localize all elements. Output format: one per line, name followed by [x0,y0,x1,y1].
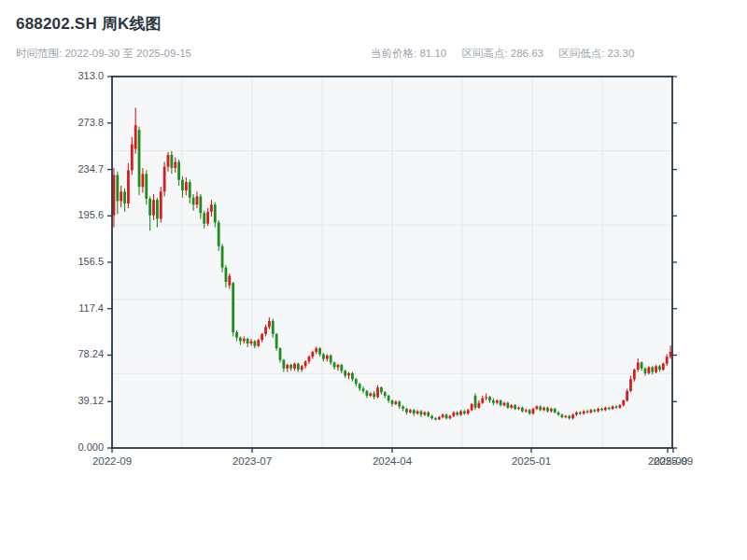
candle-body [322,355,325,359]
candle-body [423,413,426,415]
candle-body [170,155,173,168]
candle-body [228,276,231,286]
candle-body [113,175,116,216]
candle-body [633,370,636,379]
x-tick-label: 2025-09 [654,455,693,467]
candle-body [131,145,134,171]
candle-body [658,366,661,370]
candle-body [579,413,582,413]
candle-body [203,213,205,223]
candle-body [626,391,628,400]
candle-body [167,155,170,167]
candle-body [275,334,278,348]
candle-body [254,342,257,346]
candle-body [467,410,470,413]
candle-body [655,366,657,371]
candle-body [590,410,593,413]
candle-body [402,407,404,410]
candle-body [583,412,585,414]
candle-body [651,368,654,372]
candle-body [116,175,119,202]
candle-body [243,339,246,342]
candle-body [427,413,430,416]
x-tick-label: 2022-09 [92,455,132,467]
y-tick-label: 313.0 [78,70,104,81]
candle-body [351,373,354,379]
candle-body [304,361,307,366]
candle-body [318,348,321,354]
candle-body [315,348,317,352]
candle-body [156,200,159,218]
candle-body [409,410,412,413]
candle-body [134,125,137,148]
kline-chart: 313.0273.8234.7195.6156.5117.478.2439.12… [0,0,747,560]
candle-body [641,362,643,368]
candle-body [301,366,303,370]
candle-body [456,413,458,415]
candle-body [463,412,466,414]
x-tick-label: 2023-07 [233,455,272,467]
candle-body [268,321,271,327]
candle-body [185,182,188,190]
candle-body [192,198,195,205]
candle-body [413,410,416,413]
candle-body [561,414,564,417]
candle-body [355,379,358,384]
candle-body [394,401,397,404]
candle-body [500,400,502,405]
candle-body [604,408,607,411]
x-tick-label: 2024-04 [373,455,413,467]
candle-body [189,182,191,198]
candle-body [177,162,180,180]
candle-body [532,409,535,413]
candle-body [138,130,141,187]
kline-app: 688202.SH 周K线图 时间范围: 2022-09-30 至 2025-0… [0,0,747,560]
candle-body [181,180,184,190]
y-tick-label: 273.8 [78,117,104,128]
candle-body [525,410,528,411]
candle-body [344,371,346,375]
y-tick-label: 39.12 [78,395,104,406]
candle-body [152,200,155,216]
candle-body [564,416,567,417]
candle-body [492,400,495,403]
candle-body [330,356,332,363]
candle-body [163,167,166,192]
candle-body [326,356,329,359]
candle-body [514,405,516,409]
candle-body [517,408,520,409]
candle-body [597,409,599,412]
candle-body [510,405,513,408]
candle-body [221,246,224,268]
candle-body [199,196,202,213]
candle-body [474,396,477,408]
candle-body [206,212,209,224]
candle-body [669,352,672,357]
candle-body [142,174,145,187]
candle-body [376,387,379,397]
candle-body [369,394,372,397]
candle-body [127,171,130,204]
candle-body [496,400,499,403]
candle-body [286,365,289,369]
candle-body [247,339,249,343]
candle-body [506,403,509,408]
candle-body [622,400,625,405]
y-tick-label: 234.7 [78,163,104,175]
candle-body [174,162,176,168]
candle-body [333,362,336,367]
candle-body [196,196,199,204]
candle-body [210,204,213,212]
candle-body [662,364,665,370]
candle-body [543,408,545,411]
candle-body [503,403,506,406]
candle-body [235,332,238,338]
candle-body [637,362,640,370]
candle-body [459,412,462,415]
candle-body [388,396,390,400]
candle-body [593,410,596,411]
candle-body [438,417,441,420]
candle-body [430,416,433,419]
candle-body [362,388,365,391]
candle-body [347,373,350,376]
